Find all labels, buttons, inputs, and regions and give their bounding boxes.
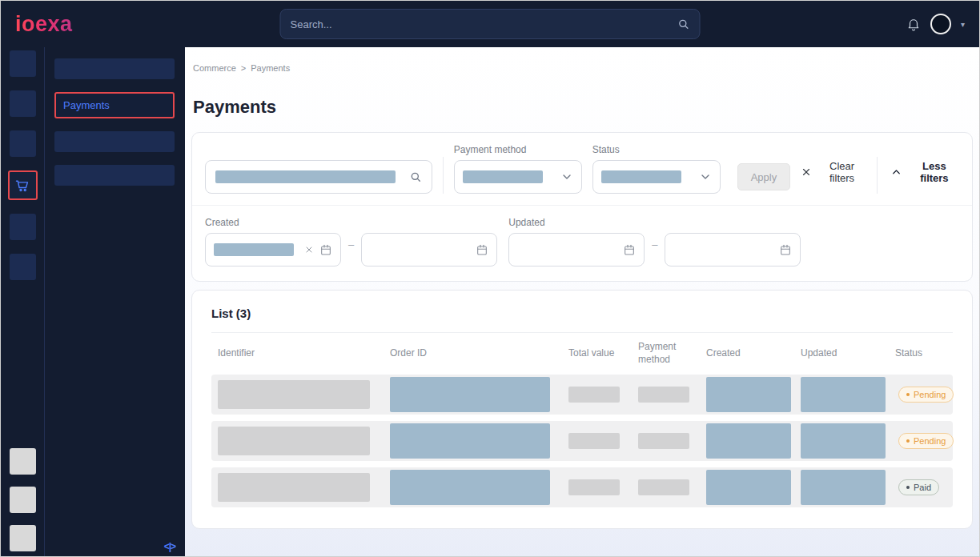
date-range-dash: – xyxy=(348,238,354,250)
status-label: Status xyxy=(592,144,721,155)
column-total-value: Total value xyxy=(562,347,632,360)
clear-filters-label: Clear filters xyxy=(817,160,866,184)
chevron-up-icon xyxy=(890,166,902,178)
filter-divider xyxy=(877,157,878,194)
updated-label: Updated xyxy=(508,217,801,228)
commerce-submenu: Payments <|> xyxy=(45,47,185,556)
status-dot-icon xyxy=(906,486,910,489)
cart-icon xyxy=(14,178,30,194)
column-created: Created xyxy=(700,347,794,360)
table-row[interactable]: Paid xyxy=(211,467,953,507)
submenu-item-3[interactable] xyxy=(54,131,175,152)
chevron-down-icon xyxy=(560,170,573,183)
calendar-icon[interactable] xyxy=(476,243,488,256)
sidebar-bottom-item-3[interactable] xyxy=(10,525,36,551)
filter-search-input[interactable] xyxy=(205,160,432,194)
sidebar-bottom-item-1[interactable] xyxy=(10,448,36,475)
redacted-order-id xyxy=(390,470,550,505)
list-title: List (3) xyxy=(211,307,251,320)
sidebar-item-2[interactable] xyxy=(10,90,36,117)
sidebar-bottom-group xyxy=(10,448,36,551)
submenu-item-1[interactable] xyxy=(54,58,175,79)
page-title: Payments xyxy=(193,97,973,118)
redacted-order-id xyxy=(390,377,550,412)
table-row[interactable]: Pending xyxy=(211,421,953,461)
column-status: Status xyxy=(889,347,953,360)
clear-date-icon[interactable] xyxy=(304,245,314,254)
redacted-created xyxy=(706,470,791,505)
status-select[interactable] xyxy=(592,160,721,194)
sidebar-item-3[interactable] xyxy=(10,130,36,157)
user-avatar[interactable] xyxy=(930,14,951,34)
sidebar-collapse-icon[interactable]: <|> xyxy=(164,541,175,552)
created-to-date-input[interactable] xyxy=(361,233,497,266)
app-window: ioexa ▾ xyxy=(0,0,980,557)
redacted-identifier xyxy=(218,473,370,502)
date-range-dash: – xyxy=(652,238,657,250)
breadcrumb-payments: Payments xyxy=(251,63,290,73)
notifications-bell-icon[interactable] xyxy=(906,17,921,31)
payment-method-select[interactable] xyxy=(454,160,582,194)
sidebar-bottom-item-2[interactable] xyxy=(10,487,36,513)
list-header: List (3) xyxy=(211,291,953,333)
global-search-input[interactable] xyxy=(291,18,677,30)
redacted-payment-method xyxy=(638,387,689,403)
filter-divider xyxy=(443,157,444,194)
less-filters-label: Less filters xyxy=(910,160,959,184)
created-from-date-input[interactable] xyxy=(205,233,341,266)
redacted-total-value xyxy=(568,479,620,495)
search-icon xyxy=(409,170,422,183)
redacted-total-value xyxy=(568,433,620,449)
apply-button[interactable]: Apply xyxy=(737,163,791,190)
redacted-updated xyxy=(801,377,886,412)
redacted-created xyxy=(706,377,791,412)
sidebar-item-5[interactable] xyxy=(10,214,36,240)
breadcrumb-commerce[interactable]: Commerce xyxy=(193,63,236,73)
status-badge: Pending xyxy=(898,433,954,449)
filters-panel: Payment method Status xyxy=(191,132,973,282)
updated-from-date-input[interactable] xyxy=(508,233,645,266)
search-icon xyxy=(677,18,690,30)
status-label: Pending xyxy=(914,436,946,446)
main-content: Commerce > Payments Payments Payment xyxy=(185,47,979,556)
updated-to-date-input[interactable] xyxy=(665,233,801,266)
submenu-payments-label: Payments xyxy=(63,99,110,111)
status-badge: Paid xyxy=(898,479,939,495)
redacted-updated xyxy=(801,470,886,505)
breadcrumb: Commerce > Payments xyxy=(191,58,973,73)
column-payment-method: Payment method xyxy=(632,341,688,366)
created-label: Created xyxy=(205,217,497,228)
less-filters-button[interactable]: Less filters xyxy=(890,160,959,184)
clear-filters-button[interactable]: Clear filters xyxy=(801,160,866,184)
column-identifier: Identifier xyxy=(211,347,384,360)
calendar-icon[interactable] xyxy=(319,243,332,256)
topbar: ioexa ▾ xyxy=(1,1,979,47)
redacted-date-value xyxy=(214,243,294,256)
redacted-search-value xyxy=(215,170,396,183)
sidebar-item-6[interactable] xyxy=(10,254,36,280)
topbar-actions: ▾ xyxy=(906,14,965,34)
payments-list-panel: List (3) Identifier Order ID Total value… xyxy=(191,290,973,529)
redacted-identifier xyxy=(218,380,370,409)
redacted-status-value xyxy=(601,170,681,183)
sidebar-item-commerce-active[interactable] xyxy=(8,170,38,200)
redacted-payment-method xyxy=(638,479,689,495)
global-search[interactable] xyxy=(280,9,701,39)
redacted-payment-method xyxy=(638,433,689,449)
status-dot-icon xyxy=(906,439,910,443)
app-logo: ioexa xyxy=(15,12,73,37)
calendar-icon[interactable] xyxy=(779,243,792,256)
table-row[interactable]: Pending xyxy=(211,375,953,415)
calendar-icon[interactable] xyxy=(623,243,636,256)
redacted-updated xyxy=(801,423,886,459)
submenu-item-4[interactable] xyxy=(54,165,175,186)
status-dot-icon xyxy=(906,393,910,396)
filters-row-divider xyxy=(192,205,972,206)
redacted-identifier xyxy=(218,427,370,455)
account-menu-caret-icon[interactable]: ▾ xyxy=(961,20,965,29)
sidebar-item-1[interactable] xyxy=(10,50,36,77)
breadcrumb-separator: > xyxy=(241,63,246,73)
redacted-total-value xyxy=(568,387,620,403)
submenu-item-payments-active[interactable]: Payments xyxy=(54,92,175,118)
redacted-created xyxy=(706,423,791,459)
